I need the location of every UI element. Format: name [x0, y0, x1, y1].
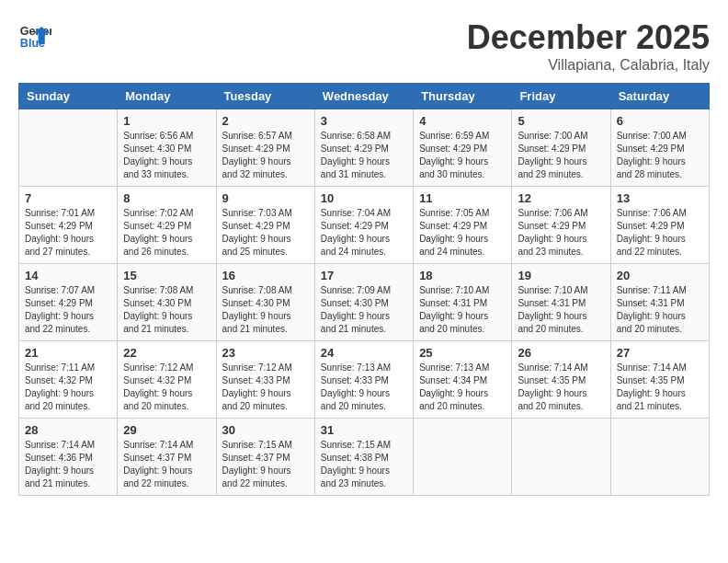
week-row-4: 21Sunrise: 7:11 AM Sunset: 4:32 PM Dayli… — [19, 341, 710, 419]
col-header-monday: Monday — [118, 84, 216, 109]
day-info: Sunrise: 7:15 AM Sunset: 4:37 PM Dayligh… — [222, 439, 309, 490]
day-cell: 23Sunrise: 7:12 AM Sunset: 4:33 PM Dayli… — [216, 341, 314, 419]
day-number: 22 — [123, 346, 210, 360]
day-info: Sunrise: 6:58 AM Sunset: 4:29 PM Dayligh… — [321, 130, 407, 181]
day-cell: 5Sunrise: 7:00 AM Sunset: 4:29 PM Daylig… — [512, 109, 610, 187]
day-number: 27 — [617, 346, 703, 360]
day-cell: 31Sunrise: 7:15 AM Sunset: 4:38 PM Dayli… — [314, 419, 413, 496]
day-info: Sunrise: 7:11 AM Sunset: 4:31 PM Dayligh… — [617, 284, 703, 336]
day-cell: 19Sunrise: 7:10 AM Sunset: 4:31 PM Dayli… — [512, 264, 610, 341]
day-number: 6 — [617, 114, 703, 128]
day-cell: 26Sunrise: 7:14 AM Sunset: 4:35 PM Dayli… — [512, 341, 610, 419]
day-info: Sunrise: 7:13 AM Sunset: 4:33 PM Dayligh… — [321, 362, 407, 413]
header-row: SundayMondayTuesdayWednesdayThursdayFrid… — [19, 84, 710, 109]
title-block: December 2025 Villapiana, Calabria, Ital… — [467, 18, 710, 74]
day-number: 24 — [321, 346, 407, 360]
day-info: Sunrise: 7:05 AM Sunset: 4:29 PM Dayligh… — [419, 207, 506, 259]
day-number: 31 — [321, 423, 407, 437]
day-cell: 12Sunrise: 7:06 AM Sunset: 4:29 PM Dayli… — [512, 187, 610, 264]
day-info: Sunrise: 7:10 AM Sunset: 4:31 PM Dayligh… — [419, 284, 506, 336]
col-header-thursday: Thursday — [414, 84, 512, 109]
day-cell: 20Sunrise: 7:11 AM Sunset: 4:31 PM Dayli… — [610, 264, 709, 341]
day-info: Sunrise: 7:12 AM Sunset: 4:33 PM Dayligh… — [222, 362, 309, 413]
day-info: Sunrise: 7:12 AM Sunset: 4:32 PM Dayligh… — [123, 362, 210, 413]
day-info: Sunrise: 7:06 AM Sunset: 4:29 PM Dayligh… — [518, 207, 604, 259]
col-header-saturday: Saturday — [610, 84, 709, 109]
day-info: Sunrise: 7:06 AM Sunset: 4:29 PM Dayligh… — [617, 207, 703, 259]
day-number: 20 — [617, 269, 703, 282]
day-cell: 21Sunrise: 7:11 AM Sunset: 4:32 PM Dayli… — [19, 341, 118, 419]
day-number: 1 — [123, 114, 210, 128]
day-cell: 8Sunrise: 7:02 AM Sunset: 4:29 PM Daylig… — [118, 187, 216, 264]
day-info: Sunrise: 7:01 AM Sunset: 4:29 PM Dayligh… — [25, 207, 111, 259]
day-number: 10 — [321, 191, 407, 205]
day-info: Sunrise: 7:02 AM Sunset: 4:29 PM Dayligh… — [123, 207, 210, 259]
col-header-tuesday: Tuesday — [216, 84, 314, 109]
day-info: Sunrise: 7:07 AM Sunset: 4:29 PM Dayligh… — [25, 284, 111, 336]
day-cell — [19, 109, 118, 187]
logo-icon: General Blue — [18, 18, 51, 52]
day-info: Sunrise: 7:00 AM Sunset: 4:29 PM Dayligh… — [518, 130, 604, 181]
page-header: General Blue December 2025 Villapiana, C… — [18, 18, 710, 74]
day-number: 28 — [25, 423, 111, 437]
col-header-sunday: Sunday — [19, 84, 118, 109]
day-cell: 30Sunrise: 7:15 AM Sunset: 4:37 PM Dayli… — [216, 419, 314, 496]
day-number: 2 — [222, 114, 309, 128]
day-cell: 4Sunrise: 6:59 AM Sunset: 4:29 PM Daylig… — [414, 109, 512, 187]
day-info: Sunrise: 7:11 AM Sunset: 4:32 PM Dayligh… — [25, 362, 111, 413]
col-header-wednesday: Wednesday — [314, 84, 413, 109]
day-cell: 24Sunrise: 7:13 AM Sunset: 4:33 PM Dayli… — [314, 341, 413, 419]
day-cell: 27Sunrise: 7:14 AM Sunset: 4:35 PM Dayli… — [610, 341, 709, 419]
day-cell: 2Sunrise: 6:57 AM Sunset: 4:29 PM Daylig… — [216, 109, 314, 187]
day-number: 19 — [518, 269, 604, 282]
day-info: Sunrise: 7:13 AM Sunset: 4:34 PM Dayligh… — [419, 362, 506, 413]
day-number: 25 — [419, 346, 506, 360]
day-number: 29 — [123, 423, 210, 437]
day-info: Sunrise: 7:04 AM Sunset: 4:29 PM Dayligh… — [321, 207, 407, 259]
day-info: Sunrise: 7:10 AM Sunset: 4:31 PM Dayligh… — [518, 284, 604, 336]
day-number: 15 — [123, 269, 210, 282]
day-number: 3 — [321, 114, 407, 128]
day-number: 17 — [321, 269, 407, 282]
day-number: 30 — [222, 423, 309, 437]
day-info: Sunrise: 7:14 AM Sunset: 4:36 PM Dayligh… — [25, 439, 111, 490]
day-cell — [512, 419, 610, 496]
day-info: Sunrise: 7:14 AM Sunset: 4:35 PM Dayligh… — [617, 362, 703, 413]
month-title: December 2025 — [467, 18, 710, 57]
day-cell: 25Sunrise: 7:13 AM Sunset: 4:34 PM Dayli… — [414, 341, 512, 419]
day-cell: 13Sunrise: 7:06 AM Sunset: 4:29 PM Dayli… — [610, 187, 709, 264]
day-cell: 17Sunrise: 7:09 AM Sunset: 4:30 PM Dayli… — [314, 264, 413, 341]
day-cell: 15Sunrise: 7:08 AM Sunset: 4:30 PM Dayli… — [118, 264, 216, 341]
day-number: 9 — [222, 191, 309, 205]
day-info: Sunrise: 7:14 AM Sunset: 4:37 PM Dayligh… — [123, 439, 210, 490]
day-cell: 18Sunrise: 7:10 AM Sunset: 4:31 PM Dayli… — [414, 264, 512, 341]
day-cell — [610, 419, 709, 496]
day-cell: 1Sunrise: 6:56 AM Sunset: 4:30 PM Daylig… — [118, 109, 216, 187]
day-number: 26 — [518, 346, 604, 360]
day-cell: 3Sunrise: 6:58 AM Sunset: 4:29 PM Daylig… — [314, 109, 413, 187]
day-info: Sunrise: 7:08 AM Sunset: 4:30 PM Dayligh… — [123, 284, 210, 336]
day-cell: 10Sunrise: 7:04 AM Sunset: 4:29 PM Dayli… — [314, 187, 413, 264]
day-cell: 9Sunrise: 7:03 AM Sunset: 4:29 PM Daylig… — [216, 187, 314, 264]
day-number: 11 — [419, 191, 506, 205]
day-info: Sunrise: 6:57 AM Sunset: 4:29 PM Dayligh… — [222, 130, 309, 181]
day-info: Sunrise: 7:15 AM Sunset: 4:38 PM Dayligh… — [321, 439, 407, 490]
col-header-friday: Friday — [512, 84, 610, 109]
day-info: Sunrise: 7:09 AM Sunset: 4:30 PM Dayligh… — [321, 284, 407, 336]
day-number: 18 — [419, 269, 506, 282]
day-cell: 7Sunrise: 7:01 AM Sunset: 4:29 PM Daylig… — [19, 187, 118, 264]
day-cell: 29Sunrise: 7:14 AM Sunset: 4:37 PM Dayli… — [118, 419, 216, 496]
day-cell: 28Sunrise: 7:14 AM Sunset: 4:36 PM Dayli… — [19, 419, 118, 496]
day-number: 21 — [25, 346, 111, 360]
day-number: 8 — [123, 191, 210, 205]
calendar-table: SundayMondayTuesdayWednesdayThursdayFrid… — [18, 83, 710, 496]
location-subtitle: Villapiana, Calabria, Italy — [467, 57, 710, 74]
day-number: 16 — [222, 269, 309, 282]
day-cell — [414, 419, 512, 496]
day-cell: 6Sunrise: 7:00 AM Sunset: 4:29 PM Daylig… — [610, 109, 709, 187]
day-number: 4 — [419, 114, 506, 128]
day-number: 23 — [222, 346, 309, 360]
day-info: Sunrise: 7:14 AM Sunset: 4:35 PM Dayligh… — [518, 362, 604, 413]
day-number: 12 — [518, 191, 604, 205]
day-info: Sunrise: 6:59 AM Sunset: 4:29 PM Dayligh… — [419, 130, 506, 181]
